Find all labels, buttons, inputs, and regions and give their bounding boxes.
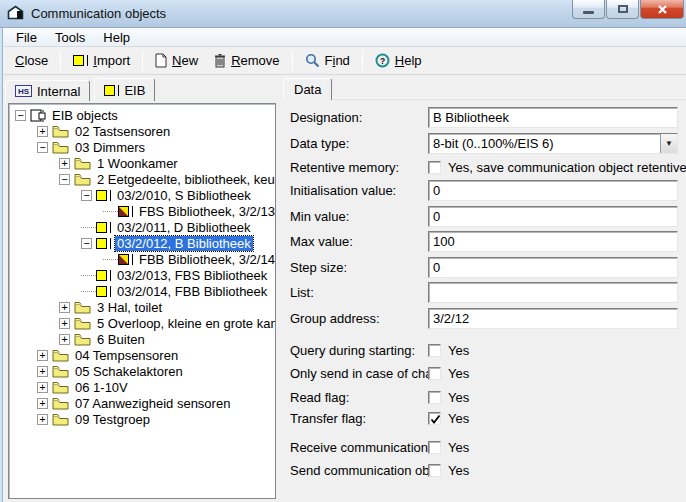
titlebar[interactable]: Communication objects xyxy=(0,0,686,28)
remove-button[interactable]: Remove xyxy=(206,48,287,73)
find-button[interactable]: Find xyxy=(297,48,358,73)
receive-communication-object-checkbox[interactable] xyxy=(428,441,441,454)
tree-item[interactable]: FBS Bibliotheek, 3/2/13 xyxy=(9,203,275,219)
only-send-in-case-of-change-checkbox-caption: Yes xyxy=(448,366,469,381)
linked-object-icon xyxy=(118,254,133,265)
list-input[interactable] xyxy=(428,282,678,303)
tree-item[interactable]: +5 Overloop, kleine en grote kamer, bad xyxy=(9,315,275,331)
new-page-icon xyxy=(155,53,167,68)
form-row-group-address: Group address:3/2/12 xyxy=(290,308,678,329)
tree-item-label: 02 Tastsensoren xyxy=(73,124,172,139)
new-button[interactable]: New xyxy=(147,48,206,73)
plus-expander[interactable]: + xyxy=(59,334,70,345)
minus-expander[interactable]: − xyxy=(81,238,92,249)
form-row-initialisation-value: Initialisation value:0 xyxy=(290,180,678,201)
max-value-label: Max value: xyxy=(290,234,428,249)
query-during-starting-checkbox[interactable] xyxy=(428,344,441,357)
read-flag-checkbox-caption: Yes xyxy=(448,390,469,405)
send-communication-object-checkbox[interactable] xyxy=(428,464,441,477)
folder-icon xyxy=(52,124,69,138)
plus-expander[interactable]: + xyxy=(59,302,70,313)
minimize-button[interactable] xyxy=(572,0,605,19)
plus-expander[interactable]: + xyxy=(37,126,48,137)
tree-item[interactable]: 03/2/014, FBB Bibliotheek xyxy=(9,283,275,299)
tree-item-label: 03/2/013, FBS Bibliotheek xyxy=(115,268,269,283)
plus-expander[interactable]: + xyxy=(37,414,48,425)
minus-expander[interactable]: − xyxy=(59,174,70,185)
tree-item[interactable]: −EIB objects xyxy=(9,107,275,123)
new-button-label: New xyxy=(172,53,198,68)
tree-item-label: 2 Eetgedeelte, bibliotheek, keuken xyxy=(95,172,276,187)
tab-eib[interactable]: EIB xyxy=(94,78,155,101)
tree-item[interactable]: +07 Aanwezigheid sensoren xyxy=(9,395,275,411)
list-label: List: xyxy=(290,285,428,300)
minimize-icon xyxy=(583,11,594,14)
tree-item[interactable]: +09 Testgroep xyxy=(9,411,275,427)
form-row-retentive-memory: Retentive memory:Yes, save communication… xyxy=(290,160,678,175)
tree-item[interactable]: −03 Dimmers xyxy=(9,139,275,155)
close-window-button[interactable] xyxy=(640,0,684,19)
tree-item[interactable]: +02 Tastsensoren xyxy=(9,123,275,139)
tree-item[interactable]: −03/2/010, S Bibliotheek xyxy=(9,187,275,203)
transfer-flag-checkbox[interactable] xyxy=(428,412,441,425)
plus-expander[interactable]: + xyxy=(59,318,70,329)
read-flag-checkbox[interactable] xyxy=(428,391,441,404)
maximize-button[interactable] xyxy=(606,0,639,19)
eib-objects-tree[interactable]: −EIB objects+02 Tastsensoren−03 Dimmers+… xyxy=(8,103,276,499)
chevron-down-icon[interactable]: ▼ xyxy=(660,134,677,153)
query-during-starting-label: Query during starting: xyxy=(290,343,428,358)
close-button[interactable]: Close xyxy=(7,48,56,73)
plus-expander[interactable]: + xyxy=(37,350,48,361)
tree-item-label: EIB objects xyxy=(50,108,120,123)
designation-input[interactable]: B Bibliotheek xyxy=(428,107,678,128)
tree-item[interactable]: +6 Buiten xyxy=(9,331,275,347)
tree-item[interactable]: +04 Tempsensoren xyxy=(9,347,275,363)
menu-item-tools[interactable]: Tools xyxy=(46,28,94,47)
tree-item[interactable]: +1 Woonkamer xyxy=(9,155,275,171)
source-tabs: HSInternalEIB xyxy=(5,78,159,101)
tree-item[interactable]: +3 Hal, toilet xyxy=(9,299,275,315)
tab-internal[interactable]: HSInternal xyxy=(5,80,90,101)
eib-object-icon xyxy=(96,286,111,297)
step-size-input[interactable]: 0 xyxy=(428,257,678,278)
initialisation-value-input[interactable]: 0 xyxy=(428,180,678,201)
tree-item[interactable]: +06 1-10V xyxy=(9,379,275,395)
plus-expander[interactable]: + xyxy=(59,158,70,169)
tree-item[interactable]: −03/2/012, B Bibliotheek xyxy=(9,235,275,251)
magnifier-icon xyxy=(305,53,320,68)
menu-item-help[interactable]: Help xyxy=(94,28,139,47)
only-send-in-case-of-change-checkbox[interactable] xyxy=(428,367,441,380)
tree-item[interactable]: +05 Schakelaktoren xyxy=(9,363,275,379)
max-value-input[interactable]: 100 xyxy=(428,231,678,252)
designation-label: Designation: xyxy=(290,110,428,125)
plus-expander[interactable]: + xyxy=(37,366,48,377)
form-row-designation: Designation:B Bibliotheek xyxy=(290,107,678,128)
tree-item[interactable]: FBB Bibliotheek, 3/2/14 xyxy=(9,251,275,267)
plus-expander[interactable]: + xyxy=(37,398,48,409)
tree-item[interactable]: −2 Eetgedeelte, bibliotheek, keuken xyxy=(9,171,275,187)
eib-object-icon xyxy=(96,222,111,233)
tab-data[interactable]: Data xyxy=(283,78,332,100)
group-address-input[interactable]: 3/2/12 xyxy=(428,308,678,329)
tree-item-label: 03 Dimmers xyxy=(73,140,147,155)
folder-icon xyxy=(52,380,69,394)
eib-object-icon xyxy=(96,270,111,281)
tree-item[interactable]: 03/2/013, FBS Bibliotheek xyxy=(9,267,275,283)
import-button[interactable]: Import xyxy=(65,48,138,73)
menu-item-file[interactable]: File xyxy=(7,28,46,47)
tree-connector xyxy=(103,211,118,212)
find-button-label: Find xyxy=(325,53,350,68)
close-icon xyxy=(657,4,668,15)
retentive-memory-checkbox[interactable] xyxy=(428,161,441,174)
toolbar-separator xyxy=(142,51,143,71)
tree-item[interactable]: 03/2/011, D Bibliotheek xyxy=(9,219,275,235)
plus-expander[interactable]: + xyxy=(37,382,48,393)
minus-expander[interactable]: − xyxy=(37,142,48,153)
help-button[interactable]: ?Help xyxy=(367,48,430,73)
form-row-only-send-in-case-of-change: Only send in case of changeYes xyxy=(290,366,678,381)
min-value-input[interactable]: 0 xyxy=(428,206,678,227)
window-title: Communication objects xyxy=(31,6,166,21)
data-type-combo[interactable]: 8-bit (0..100%/EIS 6)▼ xyxy=(428,133,678,154)
minus-expander[interactable]: − xyxy=(81,190,92,201)
minus-expander[interactable]: − xyxy=(15,110,26,121)
